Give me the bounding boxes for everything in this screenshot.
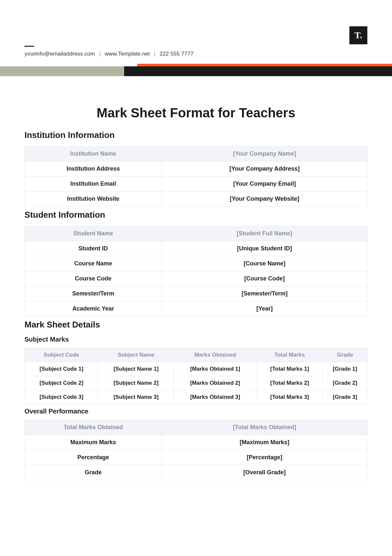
cell-marks-obtained: [Marks Obtained 3] [174, 390, 257, 404]
table-row: Institution Address [Your Company Addres… [25, 161, 368, 177]
cell-total-marks: [Total Marks 3] [256, 390, 322, 404]
document-page: T. yourinfo@emailaddress.com | www.Templ… [0, 0, 392, 497]
header-email: yourinfo@emailaddress.com [24, 51, 95, 57]
decorative-line [24, 46, 34, 47]
col-marks-obtained: Marks Obtained [174, 348, 257, 362]
table-row: Student Name [Student Full Name] [25, 226, 368, 241]
table-row: Institution Email [Your Company Email] [25, 177, 368, 192]
cell-subject-code: [Subject Code 1] [25, 362, 98, 376]
table-row: Course Name [Course Name] [25, 256, 368, 271]
row-label: Total Marks Obtained [25, 420, 162, 435]
row-label: Maximum Marks [25, 435, 162, 450]
row-value: [Percentage] [162, 450, 367, 465]
row-value: [Your Company Name] [162, 146, 367, 161]
student-tbody: Student Name [Student Full Name] Student… [25, 226, 368, 316]
row-value: [Total Marks Obtained] [162, 420, 367, 435]
row-label: Grade [25, 465, 162, 480]
brand-logo: T. [349, 26, 368, 44]
cell-subject-name: [Subject Name 2] [98, 376, 174, 390]
row-value: [Your Company Email] [162, 177, 367, 192]
table-row: Course Code [Course Code] [25, 271, 368, 286]
col-subject-name: Subject Name [98, 348, 174, 362]
row-label: Institution Website [25, 192, 162, 207]
row-value: [Your Company Address] [162, 161, 367, 177]
row-label: Course Code [25, 271, 162, 286]
row-value: [Year] [162, 301, 367, 316]
table-row: Student ID [Unique Student ID] [25, 241, 368, 256]
row-value: [Unique Student ID] [162, 241, 367, 256]
institution-table: Institution Name [Your Company Name] Ins… [24, 146, 368, 207]
row-value: [Student Full Name] [162, 226, 367, 241]
row-label: Semester/Term [25, 286, 162, 301]
subject-marks-heading: Subject Marks [24, 336, 368, 343]
student-table: Student Name [Student Full Name] Student… [24, 226, 368, 316]
table-row: Institution Website [Your Company Websit… [25, 192, 368, 207]
banner-left [0, 66, 131, 76]
marksheet-heading: Mark Sheet Details [24, 320, 368, 330]
overall-heading: Overall Performance [24, 408, 368, 415]
document-content: Mark Sheet Format for Teachers Instituti… [24, 76, 368, 480]
cell-subject-code: [Subject Code 3] [25, 390, 98, 404]
row-label: Course Name [25, 256, 162, 271]
student-heading: Student Information [24, 210, 368, 220]
table-row: [Subject Code 1] [Subject Name 1] [Marks… [25, 362, 368, 376]
separator: | [99, 51, 100, 57]
cell-grade: [Grade 2] [323, 376, 368, 390]
row-label: Student ID [25, 241, 162, 256]
table-row: Semester/Term [Semester/Term] [25, 286, 368, 301]
table-row: Grade [Overall Grade] [25, 465, 368, 480]
header-website: www.Template.net [105, 51, 150, 57]
overall-table: Total Marks Obtained [Total Marks Obtain… [24, 420, 368, 480]
cell-marks-obtained: [Marks Obtained 2] [174, 376, 257, 390]
cell-grade: [Grade 1] [323, 362, 368, 376]
overall-tbody: Total Marks Obtained [Total Marks Obtain… [25, 420, 368, 480]
row-value: [Course Name] [162, 256, 367, 271]
brand-logo-text: T. [354, 30, 362, 41]
subject-marks-table: Subject Code Subject Name Marks Obtained… [24, 348, 368, 404]
banner-right [124, 66, 392, 76]
header-contact-line: yourinfo@emailaddress.com | www.Template… [24, 51, 368, 57]
table-row: Total Marks Obtained [Total Marks Obtain… [25, 420, 368, 435]
cell-subject-name: [Subject Name 3] [98, 390, 174, 404]
col-total-marks: Total Marks [256, 348, 322, 362]
cell-marks-obtained: [Marks Obtained 1] [174, 362, 257, 376]
header-phone: 222 555 7777 [159, 51, 193, 57]
col-grade: Grade [323, 348, 368, 362]
row-value: [Overall Grade] [162, 465, 367, 480]
cell-total-marks: [Total Marks 1] [256, 362, 322, 376]
table-row: [Subject Code 3] [Subject Name 3] [Marks… [25, 390, 368, 404]
table-row: Percentage [Percentage] [25, 450, 368, 465]
institution-tbody: Institution Name [Your Company Name] Ins… [25, 146, 368, 207]
subject-header-row: Subject Code Subject Name Marks Obtained… [25, 348, 368, 362]
row-label: Student Name [25, 226, 162, 241]
row-label: Institution Email [25, 177, 162, 192]
table-row: Institution Name [Your Company Name] [25, 146, 368, 161]
cell-total-marks: [Total Marks 2] [256, 376, 322, 390]
banner-diagonal [124, 66, 137, 76]
row-label: Institution Name [25, 146, 162, 161]
row-label: Percentage [25, 450, 162, 465]
decorative-banner [0, 64, 392, 76]
row-label: Institution Address [25, 161, 162, 177]
subject-tbody: [Subject Code 1] [Subject Name 1] [Marks… [25, 362, 368, 404]
row-value: [Semester/Term] [162, 286, 367, 301]
institution-heading: Institution Information [24, 130, 368, 140]
table-row: [Subject Code 2] [Subject Name 2] [Marks… [25, 376, 368, 390]
separator: | [154, 51, 155, 57]
row-label: Academic Year [25, 301, 162, 316]
col-subject-code: Subject Code [25, 348, 98, 362]
row-value: [Maximum Marks] [162, 435, 367, 450]
cell-subject-name: [Subject Name 1] [98, 362, 174, 376]
row-value: [Your Company Website] [162, 192, 367, 207]
page-title: Mark Sheet Format for Teachers [24, 106, 368, 120]
row-value: [Course Code] [162, 271, 367, 286]
table-row: Maximum Marks [Maximum Marks] [25, 435, 368, 450]
cell-grade: [Grade 3] [323, 390, 368, 404]
cell-subject-code: [Subject Code 2] [25, 376, 98, 390]
table-row: Academic Year [Year] [25, 301, 368, 316]
